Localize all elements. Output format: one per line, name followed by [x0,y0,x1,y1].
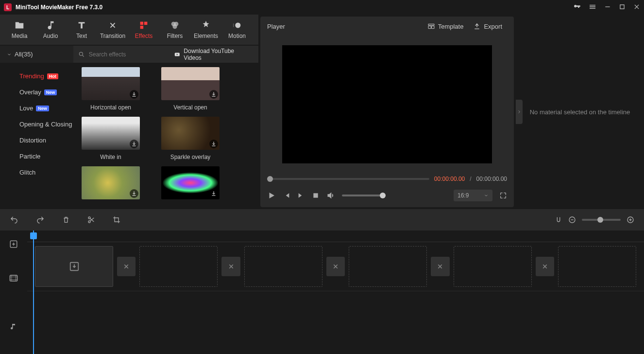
export-button[interactable]: Export [468,22,507,30]
split-button[interactable] [87,216,95,224]
tab-motion[interactable]: Motion [221,15,253,44]
video-track[interactable] [27,242,644,291]
clip-slot[interactable] [349,246,427,287]
effect-name: White in [100,154,121,160]
effect-thumb [82,67,140,100]
zoom-slider[interactable] [582,219,621,221]
effect-thumb [161,117,220,150]
timeline-tracks[interactable] [27,230,644,354]
timeline-ruler[interactable] [27,230,644,242]
close-icon[interactable] [633,3,640,12]
effects-grid[interactable]: Horizontal open Vertical open White in S… [75,63,258,207]
effect-name: Sparkle overlay [170,154,211,160]
svg-rect-1 [144,22,147,25]
playhead[interactable] [33,230,34,354]
download-icon[interactable] [130,140,138,148]
cat-glitch[interactable]: Glitch [0,164,75,180]
cat-opening[interactable]: Opening & Closing [0,116,75,132]
tab-filters[interactable]: Filters [159,15,190,44]
video-track-icon [9,254,18,302]
app-logo: L [4,3,12,11]
add-track-button[interactable] [9,234,18,254]
effect-card[interactable]: Horizontal open [82,67,140,111]
clip-slot[interactable] [244,246,322,287]
tab-media[interactable]: Media [4,15,35,44]
transition-slot[interactable] [431,257,449,276]
main-toolbar: Media Audio Text Transition Effects Filt… [0,15,258,46]
clip-slot[interactable] [35,246,113,287]
download-icon[interactable] [130,90,138,99]
zoom-in-button[interactable] [627,216,634,224]
effect-card[interactable] [82,166,140,203]
undo-button[interactable] [10,215,18,224]
tab-audio[interactable]: Audio [35,15,66,44]
volume-handle[interactable] [380,193,386,198]
badge-new: New [36,106,49,111]
clip-slot[interactable] [139,246,218,287]
effect-card[interactable]: Sparkle overlay [161,117,220,160]
maximize-icon[interactable] [619,3,626,12]
cat-trending[interactable]: TrendingHot [0,68,75,84]
timeline-toolbar [0,209,644,230]
key-icon[interactable] [573,3,581,12]
download-icon[interactable] [209,90,218,99]
effect-card[interactable]: White in [82,117,140,160]
svg-rect-2 [140,26,143,29]
tab-effects[interactable]: Effects [128,15,159,44]
transition-slot[interactable] [326,257,345,276]
chevron-down-icon [484,193,489,198]
search-input[interactable] [89,51,162,58]
effect-card[interactable] [161,166,220,203]
tab-elements[interactable]: Elements [190,15,221,44]
filter-bar: All(35) Download YouTube Videos [0,46,258,63]
minimize-icon[interactable] [604,3,611,12]
empty-message: No material selected on the timeline [530,108,630,116]
tab-transition-label: Transition [100,33,125,39]
collapse-handle[interactable] [516,100,523,124]
cat-particle[interactable]: Particle [0,148,75,164]
timeline [0,230,644,354]
transition-slot[interactable] [221,257,240,276]
time-current: 00:00:00.00 [434,176,465,182]
delete-button[interactable] [62,216,70,224]
play-button[interactable] [267,191,276,200]
menu-icon[interactable] [589,3,596,12]
download-icon[interactable] [209,140,218,148]
cat-love[interactable]: LoveNew [0,100,75,116]
properties-panel: No material selected on the timeline [516,15,644,209]
stop-button[interactable] [312,192,320,199]
prev-button[interactable] [283,192,290,199]
badge-hot: Hot [47,73,58,79]
seek-slider[interactable] [267,178,429,180]
zoom-out-button[interactable] [568,216,576,224]
cat-distortion[interactable]: Distortion [0,132,75,148]
audio-track[interactable] [27,291,644,320]
volume-slider[interactable] [342,195,386,196]
download-icon[interactable] [209,189,218,198]
preview-viewport[interactable] [282,45,492,163]
effect-thumb [82,166,140,199]
template-button[interactable]: Template [423,22,469,30]
crop-button[interactable] [113,216,120,224]
zoom-handle[interactable] [597,217,603,223]
aspect-select[interactable]: 16:9 [454,190,492,201]
transition-slot[interactable] [117,257,136,276]
fullscreen-button[interactable] [499,192,507,199]
cat-overlay[interactable]: OverlayNew [0,84,75,100]
tab-transition[interactable]: Transition [97,15,128,44]
download-icon[interactable] [130,189,138,198]
cat-label: Love [19,105,33,112]
volume-button[interactable] [326,191,335,200]
seek-handle[interactable] [267,176,273,182]
effect-card[interactable]: Vertical open [161,67,220,111]
snap-button[interactable] [555,216,562,224]
clip-slot[interactable] [454,246,532,287]
redo-button[interactable] [36,215,45,224]
tab-text[interactable]: Text [66,15,97,44]
youtube-link[interactable]: Download YouTube Videos [167,48,258,61]
all-button[interactable]: All(35) [0,46,73,63]
transition-slot[interactable] [536,257,554,276]
import-icon [69,261,80,272]
clip-slot[interactable] [558,246,636,287]
next-button[interactable] [297,192,305,199]
